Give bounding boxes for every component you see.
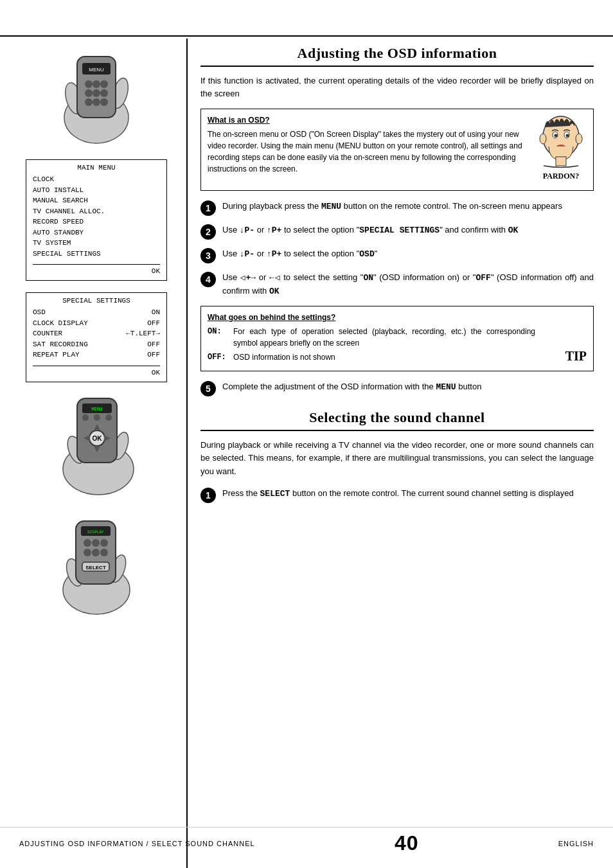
step-2-ok: OK: [508, 226, 519, 235]
svg-point-54: [565, 134, 569, 137]
section-sound: Selecting the sound channel During playb…: [200, 409, 594, 502]
step-5-text: Complete the adjustment of the OSD infor…: [222, 380, 594, 394]
section-sound-intro: During playback or while receiving a TV …: [200, 439, 594, 477]
svg-point-31: [82, 414, 89, 421]
svg-point-14: [85, 98, 93, 106]
osd-info-body: The on-screen menu or OSD ("On Screen Di…: [208, 128, 529, 175]
step-2-text: Use ↓P- or ↑P+ to select the option "SPE…: [222, 224, 594, 237]
step-4-arrow2: ←◁: [269, 273, 281, 283]
special-settings-box: SPECIAL SETTINGS OSD ON CLOCK DISPLAY OF…: [26, 292, 167, 382]
main-menu-items: CLOCK AUTO INSTALL MANUAL SEARCH TV CHAN…: [33, 174, 160, 259]
special-osd-row: OSD ON: [33, 307, 160, 318]
svg-point-10: [100, 80, 108, 88]
svg-point-8: [85, 80, 93, 88]
tip-box: What goes on behind the settings? ON: Fo…: [200, 306, 594, 371]
svg-point-9: [93, 80, 100, 88]
illustration-menu-hand: MENU: [32, 45, 161, 148]
sidebar: MENU MAIN MENU CLOCK AUTO INSTALL MANUAL…: [0, 39, 186, 868]
step-3-osd: OSD: [359, 249, 374, 259]
menu-item-auto-install: AUTO INSTALL: [33, 185, 160, 196]
step-1-menu-keyword: MENU: [321, 202, 341, 211]
illustration-select-hand: DISPLAY SELECT: [32, 515, 161, 617]
special-settings-items: OSD ON CLOCK DISPLAY OFF COUNTER ←T.LEFT…: [33, 307, 160, 360]
menu-item-manual-search: MANUAL SEARCH: [33, 195, 160, 206]
menu-item-tv-channel: TV CHANNEL ALLOC.: [33, 206, 160, 217]
top-rule: [0, 35, 613, 37]
special-clock-row: CLOCK DISPLAY OFF: [33, 318, 160, 329]
sound-step-1: 1 Press the SELECT button on the remote …: [200, 487, 594, 503]
special-settings-ok: OK: [33, 366, 160, 376]
osd-info-title: What is an OSD?: [208, 114, 529, 126]
svg-point-12: [93, 89, 100, 97]
tip-row-on: ON: For each type of operation selected …: [208, 326, 535, 349]
special-sat-label: SAT RECORDING: [33, 339, 88, 350]
section-osd-title: Adjusting the OSD information: [200, 45, 594, 67]
svg-point-13: [100, 89, 108, 97]
svg-point-49: [100, 549, 108, 556]
step-2-number: 2: [200, 224, 216, 240]
menu-item-special-settings: SPECIAL SETTINGS: [33, 249, 160, 260]
page-footer: Adjusting OSD information / Select sound…: [0, 827, 613, 855]
tip-row-off: OFF: OSD information is not shown: [208, 351, 535, 363]
svg-point-57: [576, 134, 582, 144]
step-3-p-minus: ↓P-: [240, 249, 254, 259]
osd-pardon-image: PARDON?: [535, 114, 587, 185]
menu-item-record-speed: RECORD SPEED: [33, 217, 160, 227]
tip-box-title: What goes on behind the settings?: [208, 312, 535, 323]
step-5: 5 Complete the adjustment of the OSD inf…: [200, 380, 594, 396]
sound-step-1-number: 1: [200, 488, 216, 503]
svg-text:MENU: MENU: [91, 407, 102, 412]
main-menu-box: MAIN MENU CLOCK AUTO INSTALL MANUAL SEAR…: [26, 159, 167, 281]
svg-text:PARDON?: PARDON?: [542, 172, 578, 181]
tip-on-label: ON:: [208, 326, 228, 349]
special-repeat-label: REPEAT PLAY: [33, 350, 80, 360]
svg-rect-58: [556, 157, 566, 166]
step-4: 4 Use ◁+→ or ←◁ to select the setting "O…: [200, 271, 594, 298]
special-counter-value: ←T.LEFT→: [126, 328, 160, 339]
special-clock-value: OFF: [147, 318, 160, 329]
step-4-arrow1: ◁+→: [240, 273, 256, 283]
step-2-special-settings: SPECIAL SETTINGS: [359, 226, 440, 235]
step-2-p-plus: ↑P+: [267, 226, 281, 235]
step-4-on: ON: [363, 273, 373, 283]
illustration-ok-hand: MENU OK: [32, 394, 161, 497]
step-3: 3 Use ↓P- or ↑P+ to select the option "O…: [200, 247, 594, 263]
menu-item-tv-system: TV SYSTEM: [33, 238, 160, 249]
step-3-p-plus: ↑P+: [267, 249, 281, 259]
tip-label: TIP: [542, 312, 587, 366]
tip-box-content: What goes on behind the settings? ON: Fo…: [208, 312, 535, 366]
footer-right-text: English: [558, 840, 594, 847]
step-4-text: Use ◁+→ or ←◁ to select the setting "ON"…: [222, 271, 594, 298]
step-3-number: 3: [200, 248, 216, 263]
special-osd-value: ON: [152, 307, 160, 318]
special-repeat-row: REPEAT PLAY OFF: [33, 350, 160, 360]
svg-point-53: [554, 134, 557, 137]
special-counter-row: COUNTER ←T.LEFT→: [33, 328, 160, 339]
special-sat-row: SAT RECORDING OFF: [33, 339, 160, 350]
svg-point-32: [94, 414, 100, 421]
step-4-off: OFF: [475, 273, 490, 283]
sound-step-1-select: SELECT: [260, 489, 290, 499]
step-4-number: 4: [200, 272, 216, 287]
step-2-p-minus: ↓P-: [240, 226, 254, 235]
main-menu-ok: OK: [33, 264, 160, 275]
osd-info-text: What is an OSD? The on-screen menu or OS…: [208, 114, 529, 185]
section-osd-intro: If this function is activated, the curre…: [200, 75, 594, 100]
step-4-ok: OK: [269, 287, 280, 296]
svg-text:SELECT: SELECT: [85, 565, 106, 571]
special-settings-title: SPECIAL SETTINGS: [33, 297, 160, 305]
special-repeat-value: OFF: [147, 350, 160, 360]
svg-point-56: [540, 134, 546, 144]
step-3-text: Use ↓P- or ↑P+ to select the option "OSD…: [222, 247, 594, 261]
sound-step-1-text: Press the SELECT button on the remote co…: [222, 487, 594, 500]
footer-left-text: Adjusting OSD information / Select sound…: [19, 840, 255, 847]
main-content: Adjusting the OSD information If this fu…: [186, 39, 613, 868]
osd-info-box: What is an OSD? The on-screen menu or OS…: [200, 109, 594, 191]
tip-off-label: OFF:: [208, 351, 228, 363]
step-5-menu: MENU: [436, 382, 456, 392]
svg-point-11: [85, 89, 93, 97]
svg-point-33: [105, 414, 112, 421]
tip-on-text: For each type of operation selected (pla…: [233, 326, 535, 349]
main-menu-title: MAIN MENU: [33, 164, 160, 172]
svg-point-46: [100, 539, 108, 547]
